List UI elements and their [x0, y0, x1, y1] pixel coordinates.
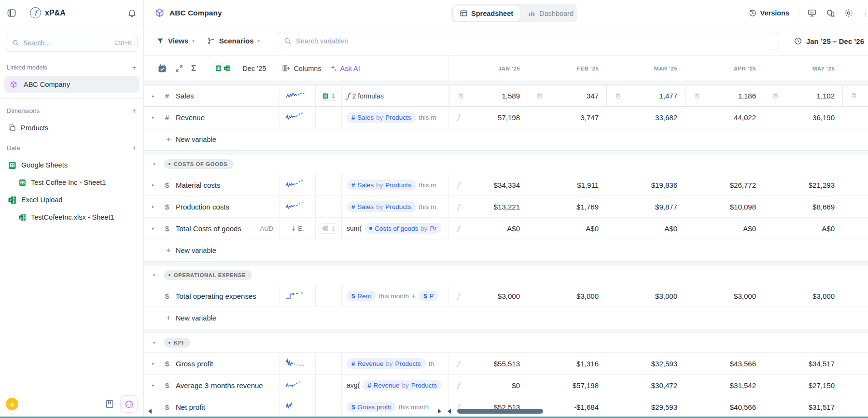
scroll-left-arrow[interactable]: [148, 409, 152, 414]
variables-search[interactable]: [277, 32, 779, 50]
calendar-check-icon[interactable]: [157, 64, 167, 73]
cell[interactable]: ƒ57,198: [449, 107, 528, 128]
search-input[interactable]: [23, 39, 111, 47]
comments-icon[interactable]: [826, 8, 835, 18]
cell[interactable]: ƒ$34,334: [449, 174, 528, 195]
tab-spreadsheet[interactable]: Spreadsheet: [453, 6, 520, 21]
scroll-right-arrow[interactable]: [438, 409, 441, 414]
expand-chevron-icon[interactable]: ▸: [152, 383, 158, 388]
cell[interactable]: $8,669: [764, 196, 842, 217]
cell[interactable]: [842, 375, 868, 396]
cell[interactable]: [842, 196, 868, 217]
cell[interactable]: 1,186: [685, 85, 764, 106]
cell[interactable]: ƒ$13,221: [449, 196, 528, 217]
variable-name[interactable]: Production costs: [176, 203, 229, 211]
cell[interactable]: $27,150: [764, 375, 842, 396]
cell[interactable]: $3,000: [764, 285, 842, 307]
column-header-may[interactable]: MAY ’25: [764, 66, 842, 71]
sidebar-item-abc-company[interactable]: ABC Company: [4, 76, 140, 93]
variable-name[interactable]: Sales: [176, 92, 194, 100]
book-icon[interactable]: [105, 399, 114, 409]
formula-cell[interactable]: #SalesbyProducts this m: [342, 107, 449, 128]
cell[interactable]: ƒ$55,513: [449, 353, 528, 374]
assistant-chat-button[interactable]: [120, 395, 138, 413]
sidebar-item-products[interactable]: Products: [4, 120, 140, 136]
cell[interactable]: $32,593: [606, 353, 685, 374]
presentation-icon[interactable]: [807, 8, 817, 18]
formula-cell[interactable]: $Rent this month + $P: [342, 285, 449, 307]
bell-icon[interactable]: [127, 8, 137, 17]
formula-chip[interactable]: $Rent: [347, 291, 376, 301]
source-badge[interactable]: x 1: [318, 223, 339, 234]
cell[interactable]: $3,000: [528, 285, 606, 307]
cell[interactable]: A$0: [528, 218, 606, 239]
expand-chevron-icon[interactable]: ▸: [152, 94, 158, 98]
formula-chip[interactable]: #SalesbyProducts: [347, 201, 416, 212]
app-logo[interactable]: f xP&A: [30, 7, 123, 18]
formula-cell[interactable]: #SalesbyProducts this m: [342, 174, 449, 195]
formula-chip[interactable]: #SalesbyProducts: [347, 180, 416, 190]
sigma-icon[interactable]: Σ: [191, 64, 196, 73]
expand-chevron-icon[interactable]: ▸: [152, 226, 158, 231]
expand-icon[interactable]: [175, 64, 183, 73]
cell[interactable]: -$1,684: [528, 396, 606, 418]
sidebar-item-google-sheets[interactable]: Google Sheets: [4, 157, 140, 173]
cell[interactable]: $31,517: [764, 396, 842, 418]
cell[interactable]: A$0: [685, 218, 764, 239]
cell[interactable]: $3,000: [685, 285, 764, 307]
collapse-chevron-icon[interactable]: ▾: [153, 340, 159, 345]
collapse-chevron-icon[interactable]: ▾: [153, 162, 159, 167]
versions-button[interactable]: Versions: [748, 9, 789, 17]
cell[interactable]: $3,000: [606, 285, 685, 307]
formula-cell[interactable]: sum( Costs of goodsbyPr: [342, 218, 449, 239]
sidebar-toggle-icon[interactable]: [7, 8, 16, 18]
cell[interactable]: ƒ$0: [449, 375, 528, 396]
cell[interactable]: 347: [528, 85, 606, 106]
cell[interactable]: 36,190: [764, 107, 842, 128]
section-pill[interactable]: KPI: [164, 338, 190, 348]
scrollbar-thumb[interactable]: [457, 409, 543, 414]
tab-dashboard[interactable]: Dashboard: [521, 6, 580, 21]
formula-cell[interactable]: #RevenuebyProducts th: [342, 353, 449, 374]
scenarios-dropdown[interactable]: Scenarios ▾: [207, 37, 260, 45]
cell[interactable]: $31,542: [685, 375, 764, 396]
cell[interactable]: $30,472: [606, 375, 685, 396]
cell[interactable]: $1,911: [528, 174, 606, 195]
cell[interactable]: $43,566: [685, 353, 764, 374]
section-pill[interactable]: OPERATIONAL EXPENSE: [164, 270, 252, 280]
formula-chip[interactable]: #SalesbyProducts: [347, 112, 416, 123]
cell[interactable]: $10,098: [685, 196, 764, 217]
formula-cell[interactable]: $Gross profit this month: [342, 396, 449, 418]
variable-name[interactable]: Gross profit: [176, 360, 213, 368]
formula-chip[interactable]: #RevenuebyProducts: [347, 358, 426, 369]
cell[interactable]: $40,566: [685, 396, 764, 418]
expand-chevron-icon[interactable]: ▸: [152, 361, 158, 366]
gear-icon[interactable]: [844, 8, 854, 18]
more-menu-icon[interactable]: ⋮: [862, 9, 866, 18]
formula-chip[interactable]: #RevenuebyProducts: [363, 380, 442, 390]
column-header-feb[interactable]: FEB ’25: [528, 66, 606, 71]
variable-name[interactable]: Total Costs of goods: [176, 224, 241, 233]
collapse-chevron-icon[interactable]: ▾: [153, 273, 159, 278]
cell[interactable]: $29,593: [606, 396, 685, 418]
cell[interactable]: [842, 107, 868, 128]
cell[interactable]: [842, 218, 868, 239]
cell[interactable]: $21,293: [764, 174, 842, 195]
sidebar-search[interactable]: Ctrl+K: [6, 34, 138, 52]
cell[interactable]: $34,517: [764, 353, 842, 374]
expand-chevron-icon[interactable]: ▸: [152, 115, 158, 120]
new-variable-button[interactable]: + New variable: [144, 307, 868, 329]
columns-button[interactable]: Columns: [282, 64, 321, 72]
variable-name[interactable]: Material costs: [176, 181, 221, 189]
cell[interactable]: 1,477: [606, 85, 685, 106]
avatar[interactable]: a: [6, 398, 18, 410]
date-range-picker[interactable]: Jan ’25 – Dec ’26: [794, 26, 864, 56]
cell[interactable]: [842, 85, 868, 106]
column-header-mar[interactable]: MAR ’25: [606, 66, 685, 71]
sidebar-item-test-coffee-sheet[interactable]: Test Coffee Inc - Sheet1: [4, 174, 140, 191]
cell[interactable]: $1,316: [528, 353, 606, 374]
cell[interactable]: ƒ$52,513: [449, 396, 528, 418]
formula-cell[interactable]: #SalesbyProducts this m: [342, 196, 449, 217]
sidebar-item-excel-upload[interactable]: x Excel Upload: [4, 192, 140, 208]
ask-ai-button[interactable]: Ask AI: [329, 64, 360, 72]
